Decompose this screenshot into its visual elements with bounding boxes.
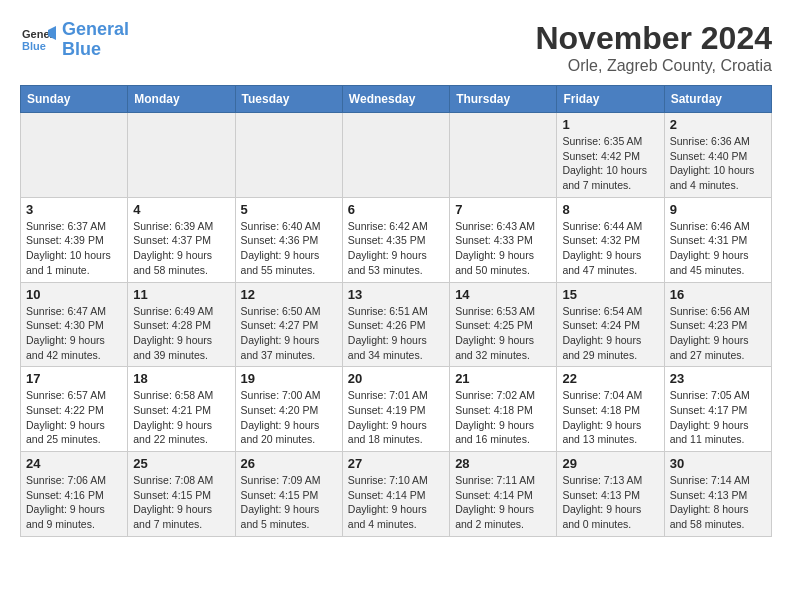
- day-info: Sunrise: 6:36 AMSunset: 4:40 PMDaylight:…: [670, 134, 766, 193]
- day-info: Sunrise: 7:05 AMSunset: 4:17 PMDaylight:…: [670, 388, 766, 447]
- day-info: Sunrise: 6:47 AMSunset: 4:30 PMDaylight:…: [26, 304, 122, 363]
- day-number: 3: [26, 202, 122, 217]
- calendar-week-row: 1Sunrise: 6:35 AMSunset: 4:42 PMDaylight…: [21, 113, 772, 198]
- day-number: 15: [562, 287, 658, 302]
- day-info: Sunrise: 7:09 AMSunset: 4:15 PMDaylight:…: [241, 473, 337, 532]
- day-number: 2: [670, 117, 766, 132]
- calendar-cell: 14Sunrise: 6:53 AMSunset: 4:25 PMDayligh…: [450, 282, 557, 367]
- logo-text: GeneralBlue: [62, 20, 129, 60]
- day-number: 19: [241, 371, 337, 386]
- day-number: 29: [562, 456, 658, 471]
- day-info: Sunrise: 6:56 AMSunset: 4:23 PMDaylight:…: [670, 304, 766, 363]
- day-number: 8: [562, 202, 658, 217]
- calendar-header-monday: Monday: [128, 86, 235, 113]
- calendar-cell: 25Sunrise: 7:08 AMSunset: 4:15 PMDayligh…: [128, 452, 235, 537]
- day-info: Sunrise: 6:37 AMSunset: 4:39 PMDaylight:…: [26, 219, 122, 278]
- day-number: 30: [670, 456, 766, 471]
- day-info: Sunrise: 6:44 AMSunset: 4:32 PMDaylight:…: [562, 219, 658, 278]
- calendar-header-row: SundayMondayTuesdayWednesdayThursdayFrid…: [21, 86, 772, 113]
- svg-text:Blue: Blue: [22, 40, 46, 52]
- day-number: 1: [562, 117, 658, 132]
- calendar-cell: 18Sunrise: 6:58 AMSunset: 4:21 PMDayligh…: [128, 367, 235, 452]
- day-info: Sunrise: 6:57 AMSunset: 4:22 PMDaylight:…: [26, 388, 122, 447]
- calendar-cell: 15Sunrise: 6:54 AMSunset: 4:24 PMDayligh…: [557, 282, 664, 367]
- day-info: Sunrise: 7:10 AMSunset: 4:14 PMDaylight:…: [348, 473, 444, 532]
- location-title: Orle, Zagreb County, Croatia: [535, 57, 772, 75]
- calendar-cell: 16Sunrise: 6:56 AMSunset: 4:23 PMDayligh…: [664, 282, 771, 367]
- calendar-cell: 21Sunrise: 7:02 AMSunset: 4:18 PMDayligh…: [450, 367, 557, 452]
- day-info: Sunrise: 7:14 AMSunset: 4:13 PMDaylight:…: [670, 473, 766, 532]
- day-info: Sunrise: 7:08 AMSunset: 4:15 PMDaylight:…: [133, 473, 229, 532]
- calendar-header-sunday: Sunday: [21, 86, 128, 113]
- day-number: 14: [455, 287, 551, 302]
- day-number: 4: [133, 202, 229, 217]
- calendar-header-friday: Friday: [557, 86, 664, 113]
- day-info: Sunrise: 6:43 AMSunset: 4:33 PMDaylight:…: [455, 219, 551, 278]
- day-info: Sunrise: 6:40 AMSunset: 4:36 PMDaylight:…: [241, 219, 337, 278]
- day-info: Sunrise: 7:04 AMSunset: 4:18 PMDaylight:…: [562, 388, 658, 447]
- day-info: Sunrise: 7:01 AMSunset: 4:19 PMDaylight:…: [348, 388, 444, 447]
- calendar-cell: 19Sunrise: 7:00 AMSunset: 4:20 PMDayligh…: [235, 367, 342, 452]
- calendar-cell: 9Sunrise: 6:46 AMSunset: 4:31 PMDaylight…: [664, 197, 771, 282]
- calendar-cell: 11Sunrise: 6:49 AMSunset: 4:28 PMDayligh…: [128, 282, 235, 367]
- day-number: 25: [133, 456, 229, 471]
- calendar-cell: 1Sunrise: 6:35 AMSunset: 4:42 PMDaylight…: [557, 113, 664, 198]
- calendar-week-row: 24Sunrise: 7:06 AMSunset: 4:16 PMDayligh…: [21, 452, 772, 537]
- calendar-cell: 24Sunrise: 7:06 AMSunset: 4:16 PMDayligh…: [21, 452, 128, 537]
- day-info: Sunrise: 6:39 AMSunset: 4:37 PMDaylight:…: [133, 219, 229, 278]
- month-title: November 2024: [535, 20, 772, 57]
- page-header: General Blue GeneralBlue November 2024 O…: [20, 20, 772, 75]
- day-info: Sunrise: 7:13 AMSunset: 4:13 PMDaylight:…: [562, 473, 658, 532]
- day-info: Sunrise: 6:53 AMSunset: 4:25 PMDaylight:…: [455, 304, 551, 363]
- day-number: 10: [26, 287, 122, 302]
- calendar-header-wednesday: Wednesday: [342, 86, 449, 113]
- day-number: 9: [670, 202, 766, 217]
- calendar-cell: 29Sunrise: 7:13 AMSunset: 4:13 PMDayligh…: [557, 452, 664, 537]
- title-area: November 2024 Orle, Zagreb County, Croat…: [535, 20, 772, 75]
- calendar-cell: 4Sunrise: 6:39 AMSunset: 4:37 PMDaylight…: [128, 197, 235, 282]
- day-number: 20: [348, 371, 444, 386]
- calendar-cell: 17Sunrise: 6:57 AMSunset: 4:22 PMDayligh…: [21, 367, 128, 452]
- calendar-cell: [21, 113, 128, 198]
- calendar-cell: 8Sunrise: 6:44 AMSunset: 4:32 PMDaylight…: [557, 197, 664, 282]
- calendar-week-row: 17Sunrise: 6:57 AMSunset: 4:22 PMDayligh…: [21, 367, 772, 452]
- calendar-header-thursday: Thursday: [450, 86, 557, 113]
- day-info: Sunrise: 6:46 AMSunset: 4:31 PMDaylight:…: [670, 219, 766, 278]
- day-number: 7: [455, 202, 551, 217]
- calendar-cell: 5Sunrise: 6:40 AMSunset: 4:36 PMDaylight…: [235, 197, 342, 282]
- logo: General Blue GeneralBlue: [20, 20, 129, 60]
- day-number: 11: [133, 287, 229, 302]
- calendar-cell: 13Sunrise: 6:51 AMSunset: 4:26 PMDayligh…: [342, 282, 449, 367]
- calendar-header-saturday: Saturday: [664, 86, 771, 113]
- calendar-cell: [342, 113, 449, 198]
- day-info: Sunrise: 6:51 AMSunset: 4:26 PMDaylight:…: [348, 304, 444, 363]
- calendar-table: SundayMondayTuesdayWednesdayThursdayFrid…: [20, 85, 772, 537]
- calendar-week-row: 10Sunrise: 6:47 AMSunset: 4:30 PMDayligh…: [21, 282, 772, 367]
- calendar-cell: 12Sunrise: 6:50 AMSunset: 4:27 PMDayligh…: [235, 282, 342, 367]
- calendar-cell: [128, 113, 235, 198]
- calendar-cell: 3Sunrise: 6:37 AMSunset: 4:39 PMDaylight…: [21, 197, 128, 282]
- logo-icon: General Blue: [20, 22, 56, 58]
- calendar-cell: 26Sunrise: 7:09 AMSunset: 4:15 PMDayligh…: [235, 452, 342, 537]
- day-number: 17: [26, 371, 122, 386]
- calendar-cell: 20Sunrise: 7:01 AMSunset: 4:19 PMDayligh…: [342, 367, 449, 452]
- day-number: 21: [455, 371, 551, 386]
- day-number: 23: [670, 371, 766, 386]
- day-number: 12: [241, 287, 337, 302]
- day-info: Sunrise: 7:11 AMSunset: 4:14 PMDaylight:…: [455, 473, 551, 532]
- calendar-cell: 6Sunrise: 6:42 AMSunset: 4:35 PMDaylight…: [342, 197, 449, 282]
- day-number: 26: [241, 456, 337, 471]
- calendar-header-tuesday: Tuesday: [235, 86, 342, 113]
- day-number: 22: [562, 371, 658, 386]
- day-info: Sunrise: 6:50 AMSunset: 4:27 PMDaylight:…: [241, 304, 337, 363]
- day-info: Sunrise: 6:58 AMSunset: 4:21 PMDaylight:…: [133, 388, 229, 447]
- day-info: Sunrise: 6:35 AMSunset: 4:42 PMDaylight:…: [562, 134, 658, 193]
- calendar-cell: 7Sunrise: 6:43 AMSunset: 4:33 PMDaylight…: [450, 197, 557, 282]
- calendar-cell: 10Sunrise: 6:47 AMSunset: 4:30 PMDayligh…: [21, 282, 128, 367]
- calendar-cell: [450, 113, 557, 198]
- calendar-cell: 30Sunrise: 7:14 AMSunset: 4:13 PMDayligh…: [664, 452, 771, 537]
- day-number: 6: [348, 202, 444, 217]
- day-info: Sunrise: 7:06 AMSunset: 4:16 PMDaylight:…: [26, 473, 122, 532]
- calendar-cell: 27Sunrise: 7:10 AMSunset: 4:14 PMDayligh…: [342, 452, 449, 537]
- day-number: 28: [455, 456, 551, 471]
